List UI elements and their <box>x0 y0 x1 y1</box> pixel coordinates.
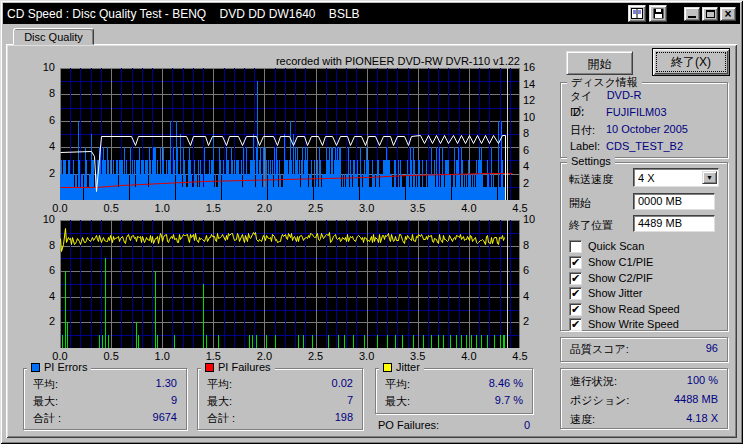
disc-id-label: ID: <box>570 106 584 118</box>
jitter-color-swatch <box>383 363 392 372</box>
axis-tick-label: 10 <box>27 213 55 225</box>
checkbox-label: Show Jitter <box>588 287 642 299</box>
minimize-icon <box>688 16 696 18</box>
axis-tick-label: 0.5 <box>97 350 125 362</box>
tab-disc-quality[interactable]: Disc Quality <box>13 28 94 45</box>
disc-info-group: ディスク情報 タイプ:DVD-R ID:FUJIFILM03 日付:10 Oct… <box>560 82 728 158</box>
exit-button[interactable]: 終了(X) <box>652 48 730 76</box>
max-label: 最大: <box>33 394 58 409</box>
settings-group: Settings 転送速度 4 X ▼ 開始 0000 MB 終了位置 4489… <box>560 162 728 331</box>
checkbox-label: Quick Scan <box>588 240 644 252</box>
start-button[interactable]: 開始 <box>566 51 633 75</box>
axis-tick-label: 2.5 <box>302 350 330 362</box>
checkbox-box: ✔ <box>569 318 582 331</box>
pi-errors-color-swatch <box>31 363 40 372</box>
axis-tick-label: 14 <box>523 78 547 90</box>
position-label: ポジション: <box>570 393 629 408</box>
axis-tick-label: 4 <box>27 140 55 152</box>
checkbox-show-jitter[interactable]: ✔Show Jitter <box>569 286 642 300</box>
checkbox-quick-scan[interactable]: Quick Scan <box>569 239 644 253</box>
total-value: 198 <box>335 411 353 426</box>
speed-select[interactable]: 4 X ▼ <box>633 168 719 187</box>
jitter-caption-label: Jitter <box>396 361 420 373</box>
save-icon <box>653 8 664 19</box>
checkbox-box: ✔ <box>569 287 582 300</box>
exit-button-label: 終了(X) <box>657 53 725 71</box>
pi-failures-caption: PI Failures <box>201 361 275 373</box>
minimize-button[interactable] <box>684 7 700 21</box>
avg-value: 8.46 % <box>489 377 523 392</box>
axis-tick-label: 1.0 <box>148 350 176 362</box>
window-title: CD Speed : Disc Quality Test - BENQ DVD … <box>3 7 360 21</box>
checkbox-label: Show Read Speed <box>588 303 680 315</box>
disc-info-caption: ディスク情報 <box>567 75 642 90</box>
app-window: CD Speed : Disc Quality Test - BENQ DVD … <box>0 0 743 444</box>
axis-tick-label: 4.0 <box>455 202 483 214</box>
jitter-legend: Jitter 平均:8.46 % 最大:9.7 % <box>375 368 533 414</box>
progress-label: 進行状況: <box>570 374 617 389</box>
chevron-down-icon[interactable]: ▼ <box>702 171 717 184</box>
jitter-caption: Jitter <box>379 361 424 373</box>
pi-errors-chart <box>60 68 520 200</box>
max-value: 9 <box>171 394 177 409</box>
checkbox-show-read-speed[interactable]: ✔Show Read Speed <box>569 302 680 316</box>
axis-tick-label: 3.5 <box>404 202 432 214</box>
checkbox-label: Show C1/PIE <box>588 256 653 268</box>
axis-tick-label: 8 <box>27 87 55 99</box>
avg-label: 平均: <box>385 377 410 392</box>
axis-tick-label: 6 <box>27 264 55 276</box>
progress-box: 進行状況:100 % ポジション:4488 MB 速度:4.18 X <box>560 368 728 429</box>
axis-tick-label: 3.0 <box>353 350 381 362</box>
avg-value: 0.02 <box>332 377 353 392</box>
max-value: 9.7 % <box>495 394 523 409</box>
checkbox-box: ✔ <box>569 256 582 269</box>
disc-label-label: Label: <box>570 140 600 152</box>
checkbox-show-write-speed[interactable]: ✔Show Write Speed <box>569 317 679 331</box>
pi-failures-jitter-chart <box>60 220 520 348</box>
progress-value: 100 % <box>687 374 718 389</box>
close-button[interactable]: × <box>720 7 736 21</box>
total-label: 合計 : <box>207 411 235 426</box>
axis-tick-label: 2 <box>27 315 55 327</box>
po-failures-value: 0 <box>524 419 530 431</box>
position-value: 4488 MB <box>674 393 718 408</box>
disc-id-value: FUJIFILM03 <box>606 106 718 118</box>
axis-tick-label: 4 <box>523 290 547 302</box>
maximize-icon <box>706 10 715 18</box>
axis-tick-label: 4.5 <box>506 350 534 362</box>
po-failures-row: PO Failures: 0 <box>378 419 530 431</box>
max-label: 最大: <box>385 394 410 409</box>
maximize-button[interactable] <box>702 7 718 21</box>
quality-score-box: 品質スコア:96 <box>560 337 728 362</box>
start-pos-input[interactable]: 0000 MB <box>633 193 715 210</box>
axis-tick-label: 1.0 <box>148 202 176 214</box>
avg-label: 平均: <box>207 377 232 392</box>
save-button[interactable] <box>649 5 667 22</box>
speed-stat-label: 速度: <box>570 412 595 427</box>
axis-tick-label: 4.0 <box>455 350 483 362</box>
checkbox-box: ✔ <box>569 272 582 285</box>
max-value: 7 <box>347 394 353 409</box>
axis-tick-label: 1.5 <box>199 202 227 214</box>
avg-value: 1.30 <box>156 377 177 392</box>
end-pos-label: 終了位置 <box>569 218 613 233</box>
pi-errors-legend: PI Errors 平均:1.30 最大:9 合計 :9674 <box>23 368 187 430</box>
quality-score-label: 品質スコア: <box>570 342 629 357</box>
disc-date-value: 10 October 2005 <box>606 123 718 138</box>
settings-caption: Settings <box>567 155 615 167</box>
titlebar: CD Speed : Disc Quality Test - BENQ DVD … <box>3 3 740 24</box>
report-icon <box>631 8 643 19</box>
axis-tick-label: 2.0 <box>250 202 278 214</box>
axis-tick-label: 8 <box>27 239 55 251</box>
report-button[interactable] <box>628 5 646 22</box>
speed-stat-value: 4.18 X <box>686 412 718 427</box>
checkbox-show-c2-pif[interactable]: ✔Show C2/PIF <box>569 271 653 285</box>
checkbox-box <box>569 240 582 253</box>
quality-score-value: 96 <box>706 342 718 357</box>
total-value: 9674 <box>153 411 177 426</box>
axis-tick-label: 8 <box>523 127 547 139</box>
checkbox-show-c1-pie[interactable]: ✔Show C1/PIE <box>569 255 653 269</box>
titlebar-buttons: × <box>628 5 736 22</box>
avg-label: 平均: <box>33 377 58 392</box>
end-pos-input[interactable]: 4489 MB <box>633 215 715 232</box>
